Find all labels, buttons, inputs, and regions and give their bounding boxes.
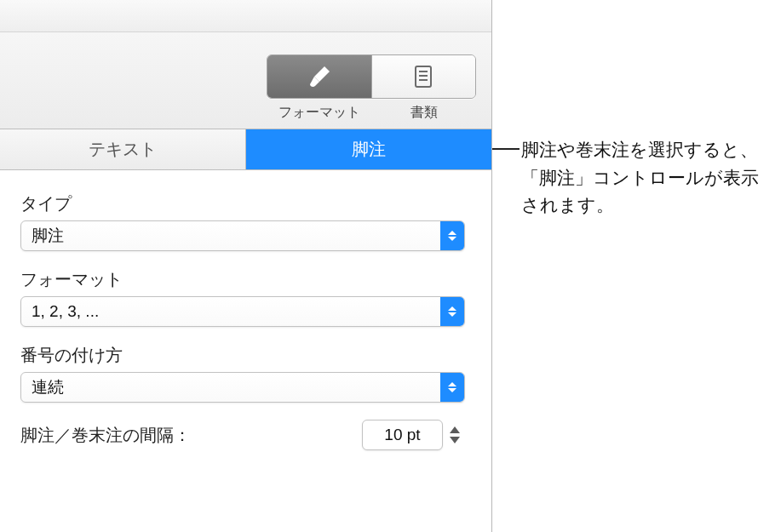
inspector-segmented-buttons — [267, 54, 476, 99]
format-popup[interactable]: 1, 2, 3, ... — [20, 296, 465, 327]
tab-text[interactable]: テキスト — [0, 129, 245, 169]
popup-arrows-icon — [440, 297, 464, 326]
stepper-up-icon — [450, 426, 460, 433]
format-value: 1, 2, 3, ... — [32, 302, 99, 321]
spacing-stepper[interactable] — [450, 421, 465, 449]
document-tab-button[interactable] — [371, 55, 476, 98]
tab-footnotes[interactable]: 脚注 — [245, 129, 491, 169]
toolbar: フォーマット 書類 — [0, 32, 491, 129]
format-tab-label: フォーマット — [267, 104, 371, 122]
footnotes-content: タイプ 脚注 フォーマット 1, 2, 3, ... 番号の付け方 連続 脚注／… — [0, 170, 491, 450]
spacing-stepper-wrap: 10 pt — [362, 420, 465, 450]
document-tab-label: 書類 — [371, 104, 476, 122]
callout-text: 脚注や巻末注を選択すると、「脚注」コントロールが表示されます。 — [520, 136, 766, 220]
popup-arrows-icon — [440, 221, 464, 250]
spacing-value: 10 pt — [384, 426, 420, 444]
paintbrush-icon — [307, 65, 331, 89]
type-popup[interactable]: 脚注 — [20, 220, 465, 251]
numbering-label: 番号の付け方 — [20, 344, 471, 367]
format-field-label: フォーマット — [20, 268, 471, 291]
spacing-row: 脚注／巻末注の間隔： 10 pt — [20, 420, 465, 450]
window-titlebar — [0, 0, 491, 32]
sub-tabs: テキスト 脚注 — [0, 129, 491, 170]
callout-line — [492, 148, 520, 150]
stepper-down-icon — [450, 437, 460, 443]
spacing-label: 脚注／巻末注の間隔： — [20, 424, 191, 447]
numbering-popup[interactable]: 連続 — [20, 372, 465, 403]
format-tab-button[interactable] — [267, 55, 371, 98]
spacing-value-input[interactable]: 10 pt — [362, 420, 443, 450]
inspector-segmented: フォーマット 書類 — [267, 54, 476, 122]
inspector-segmented-labels: フォーマット 書類 — [267, 104, 476, 122]
type-value: 脚注 — [32, 225, 64, 247]
numbering-value: 連続 — [32, 376, 64, 398]
callout: 脚注や巻末注を選択すると、「脚注」コントロールが表示されます。 — [492, 136, 766, 220]
popup-arrows-icon — [440, 373, 464, 402]
inspector-panel: フォーマット 書類 テキスト 脚注 タイプ 脚注 フォーマット 1, 2, 3,… — [0, 0, 492, 532]
document-icon — [413, 65, 433, 89]
type-label: タイプ — [20, 192, 471, 215]
